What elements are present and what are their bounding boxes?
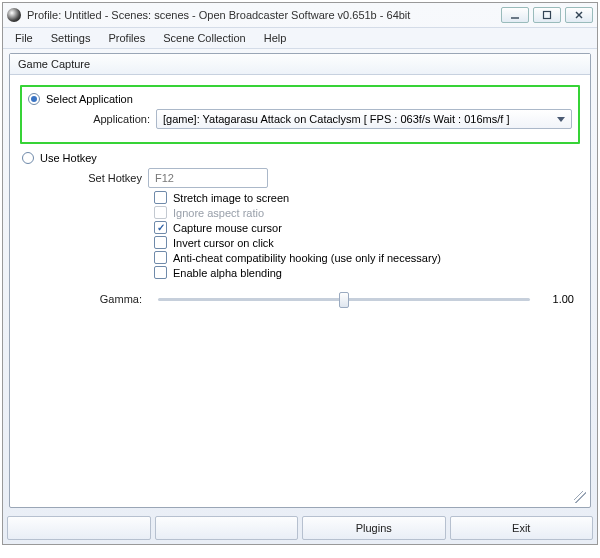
close-icon [574, 10, 584, 20]
minimize-button[interactable] [501, 7, 529, 23]
application-label: Application: [28, 113, 156, 125]
select-application-group: Select Application Application: [game]: … [20, 85, 580, 144]
menu-profiles[interactable]: Profiles [100, 30, 153, 46]
radio-use-hotkey[interactable] [22, 152, 34, 164]
app-icon [7, 8, 21, 22]
gamma-value: 1.00 [540, 293, 580, 305]
radio-select-application[interactable] [28, 93, 40, 105]
bottom-cell-2 [155, 516, 299, 540]
checkbox-capture-cursor-label: Capture mouse cursor [173, 222, 282, 234]
checkbox-alpha-label: Enable alpha blending [173, 267, 282, 279]
checkbox-stretch[interactable] [154, 191, 167, 204]
window-titlebar: Profile: Untitled - Scenes: scenes - Ope… [3, 3, 597, 27]
set-hotkey-label: Set Hotkey [20, 172, 148, 184]
checkbox-ignore-aspect [154, 206, 167, 219]
menu-bar: File Settings Profiles Scene Collection … [3, 27, 597, 49]
minimize-icon [510, 10, 520, 20]
plugins-button[interactable]: Plugins [302, 516, 446, 540]
maximize-icon [542, 10, 552, 20]
checkbox-ignore-aspect-label: Ignore aspect ratio [173, 207, 264, 219]
gamma-slider-thumb[interactable] [339, 292, 349, 308]
checkbox-alpha[interactable] [154, 266, 167, 279]
maximize-button[interactable] [533, 7, 561, 23]
radio-use-hotkey-label: Use Hotkey [40, 152, 97, 164]
checkbox-anticheat-label: Anti-cheat compatibility hooking (use on… [173, 252, 441, 264]
set-hotkey-field[interactable]: F12 [148, 168, 268, 188]
resize-grip-icon[interactable] [574, 491, 586, 503]
game-capture-dialog: Game Capture Select Application Applicat… [9, 53, 591, 508]
menu-settings[interactable]: Settings [43, 30, 99, 46]
application-value: [game]: Yatagarasu Attack on Cataclysm [… [163, 113, 509, 125]
close-button[interactable] [565, 7, 593, 23]
checkbox-invert-cursor-label: Invert cursor on click [173, 237, 274, 249]
application-combobox[interactable]: [game]: Yatagarasu Attack on Cataclysm [… [156, 109, 572, 129]
exit-button[interactable]: Exit [450, 516, 594, 540]
set-hotkey-value: F12 [155, 172, 174, 184]
checkbox-capture-cursor[interactable] [154, 221, 167, 234]
menu-help[interactable]: Help [256, 30, 295, 46]
menu-file[interactable]: File [7, 30, 41, 46]
dialog-title: Game Capture [10, 54, 590, 75]
menu-scene-collection[interactable]: Scene Collection [155, 30, 254, 46]
bottom-cell-1 [7, 516, 151, 540]
gamma-label: Gamma: [20, 293, 148, 305]
window-title: Profile: Untitled - Scenes: scenes - Ope… [27, 9, 501, 21]
svg-rect-1 [544, 12, 551, 19]
checkbox-anticheat[interactable] [154, 251, 167, 264]
radio-select-application-label: Select Application [46, 93, 133, 105]
checkbox-stretch-label: Stretch image to screen [173, 192, 289, 204]
checkbox-invert-cursor[interactable] [154, 236, 167, 249]
bottom-button-row: Plugins Exit [3, 512, 597, 544]
gamma-slider[interactable] [158, 298, 530, 301]
